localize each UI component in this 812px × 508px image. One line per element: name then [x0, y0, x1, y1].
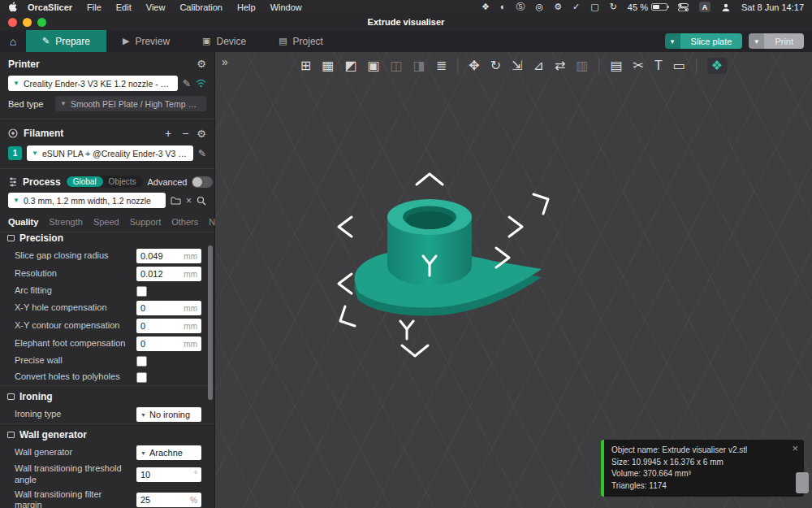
tab-label: Prepare	[55, 36, 90, 47]
param-select[interactable]: ▼No ironing	[136, 407, 201, 422]
import-icon[interactable]: ◫	[391, 59, 403, 72]
printer-settings-gear-icon[interactable]: ⚙	[197, 58, 206, 70]
wifi-icon[interactable]	[196, 79, 206, 88]
filament-settings-gear-icon[interactable]: ⚙	[197, 128, 206, 140]
param-input[interactable]: 0.012mm	[136, 267, 201, 281]
info-panel-grip[interactable]	[796, 472, 809, 493]
sidebar-scrollbar[interactable]	[208, 245, 213, 400]
split-icon[interactable]: ▥	[576, 59, 588, 72]
layer-height-icon[interactable]: ▤	[610, 59, 622, 72]
param-checkbox[interactable]	[136, 286, 147, 297]
scope-global-button[interactable]: Global	[67, 176, 103, 187]
minimize-window-button[interactable]	[23, 18, 32, 27]
user-icon[interactable]	[721, 2, 731, 12]
layers-icon[interactable]: ≣	[436, 59, 447, 72]
zoom-window-button[interactable]	[37, 18, 46, 27]
model-3d[interactable]	[304, 170, 581, 365]
screen-record-icon[interactable]: ◎	[536, 2, 544, 11]
filament-slot-badge[interactable]: 1	[8, 146, 22, 160]
text-icon[interactable]: T	[654, 59, 663, 72]
rotate-icon[interactable]: ↻	[490, 59, 501, 72]
tab-device[interactable]: ▣Device	[186, 30, 262, 52]
export-icon[interactable]: ◨	[413, 59, 425, 72]
remove-filament-button[interactable]: −	[179, 127, 191, 140]
menu-item-view[interactable]: View	[139, 2, 173, 12]
menu-item-app[interactable]: OrcaSlicer	[20, 2, 80, 12]
cut-icon[interactable]: ✂	[633, 59, 644, 72]
tab-preview[interactable]: ▶Preview	[106, 30, 186, 52]
display-contrast-icon[interactable]: ◐	[500, 2, 506, 11]
menu-item-file[interactable]: File	[80, 2, 109, 12]
edit-printer-icon[interactable]: ✎	[183, 78, 191, 89]
viewport-3d[interactable]: » ⊞▦◩▣◫◨≣✥↻⇲⊿⇄▥▤✂T▭❖	[215, 52, 812, 508]
scope-objects-button[interactable]: Objects	[103, 176, 142, 187]
screen-time-icon[interactable]: ↻	[610, 2, 617, 11]
advanced-toggle[interactable]	[192, 176, 213, 188]
arrange-all-icon[interactable]: ▦	[322, 59, 334, 72]
move-icon[interactable]: ✥	[469, 59, 479, 72]
bed-type-label: Bed type	[8, 99, 50, 109]
clear-preset-icon[interactable]: ×	[186, 195, 192, 206]
slice-plate-button[interactable]: Slice plate	[680, 33, 743, 49]
menu-item-window[interactable]: Window	[263, 2, 309, 12]
param-tab-support[interactable]: Support	[130, 217, 162, 227]
param-row-wall-generator: Wall generator▼Arachne	[0, 444, 214, 462]
add-filament-button[interactable]: +	[162, 127, 174, 140]
param-tab-quality[interactable]: Quality	[8, 217, 38, 227]
param-input[interactable]: 0.049mm	[136, 249, 201, 263]
shottr-icon[interactable]: Ⓢ	[516, 2, 525, 11]
home-button[interactable]: ⌂	[0, 30, 26, 52]
print-button[interactable]: Print	[764, 33, 804, 49]
param-tab-others[interactable]: Others	[171, 217, 198, 227]
param-tab-speed[interactable]: Speed	[93, 217, 119, 227]
tab-project[interactable]: ▤Project	[262, 30, 339, 52]
menu-item-help[interactable]: Help	[230, 2, 263, 12]
slice-dropdown-caret[interactable]: ▾	[665, 33, 680, 49]
param-input[interactable]: 0mm	[136, 336, 201, 351]
folder-icon[interactable]	[171, 196, 181, 205]
assembly-view-icon[interactable]: ❖	[707, 58, 727, 74]
scale-icon[interactable]: ⇲	[512, 59, 522, 72]
close-window-button[interactable]	[8, 18, 17, 27]
param-select[interactable]: ▼Arachne	[136, 445, 201, 460]
input-source-indicator[interactable]: A	[699, 2, 710, 12]
filament-preset-combo[interactable]: ▼ eSUN PLA + @Creality Ender-3 V3 KE 0.4…	[27, 145, 193, 161]
bed-type-value: Smooth PEI Plate / High Temp Plate	[71, 99, 201, 109]
control-center-icon[interactable]	[678, 3, 689, 11]
bed-type-combo[interactable]: ▼ Smooth PEI Plate / High Temp Plate	[55, 96, 206, 111]
apple-menu-icon[interactable]	[8, 2, 17, 12]
printer-preset-combo[interactable]: ▼ Creality Ender-3 V3 KE 1.2 nozzle - Lo…	[8, 76, 178, 91]
param-tab-strength[interactable]: Strength	[49, 217, 83, 227]
mirror-icon[interactable]: ⇄	[555, 59, 565, 72]
param-checkbox[interactable]	[136, 372, 147, 383]
menu-item-edit[interactable]: Edit	[109, 2, 139, 12]
param-input[interactable]: 25%	[136, 493, 201, 507]
sync-icon[interactable]: ❖	[482, 2, 490, 11]
param-input[interactable]: 10°	[136, 467, 201, 482]
auto-orient-icon[interactable]: ◩	[344, 59, 356, 72]
settings-gear-icon[interactable]: ⚙	[554, 2, 562, 11]
plate-settings-icon[interactable]: ▣	[367, 59, 379, 72]
close-icon[interactable]: ×	[792, 443, 798, 454]
print-split-button: ▾ Print	[749, 33, 804, 49]
edit-filament-icon[interactable]: ✎	[198, 148, 206, 159]
menu-item-calibration[interactable]: Calibration	[172, 2, 230, 12]
battery-indicator[interactable]: 45 %	[628, 2, 667, 12]
collapse-sidebar-icon[interactable]: »	[222, 55, 228, 68]
flatten-icon[interactable]: ⊿	[533, 59, 543, 72]
antivirus-check-icon[interactable]: ✓	[572, 2, 580, 11]
param-input[interactable]: 0mm	[136, 301, 201, 315]
add-plate-icon[interactable]: ⊞	[300, 59, 311, 72]
param-input[interactable]: 0mm	[136, 319, 201, 333]
window-titlebar: Extrude visualiser	[0, 14, 812, 30]
print-dropdown-caret[interactable]: ▾	[749, 33, 764, 49]
search-icon[interactable]	[197, 196, 206, 206]
display-mirror-icon[interactable]: ▢	[590, 2, 598, 11]
menubar-clock[interactable]: Sat 8 Jun 14:17	[741, 2, 804, 12]
info-panel-lines: Object name: Extrude visualiser v2.stlSi…	[604, 440, 754, 497]
param-scroll-area[interactable]: PrecisionSlice gap closing radius0.049mm…	[0, 232, 214, 508]
process-preset-combo[interactable]: ▼ 0.3 mm, 1.2 mm width, 1.2 nozzle	[8, 193, 166, 208]
tab-prepare[interactable]: ✎Prepare	[26, 30, 106, 52]
measure-icon[interactable]: ▭	[673, 59, 685, 72]
param-checkbox[interactable]	[136, 356, 147, 367]
